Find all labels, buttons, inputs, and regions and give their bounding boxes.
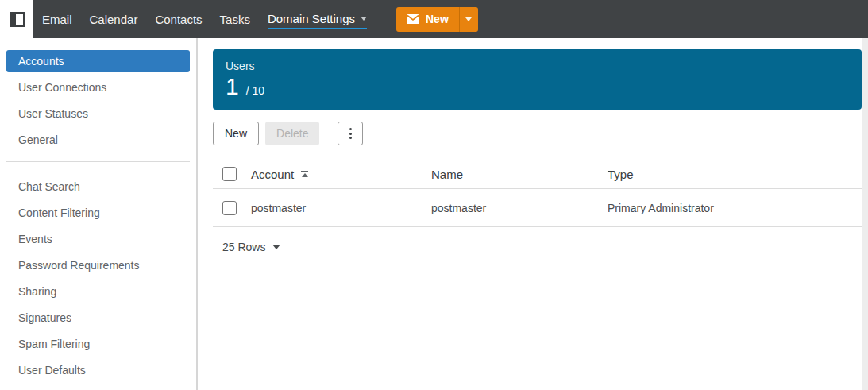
table-header-row: Account Name Type bbox=[213, 160, 862, 189]
sidebar-item-user-connections[interactable]: User Connections bbox=[6, 76, 190, 98]
banner-title: Users bbox=[226, 60, 849, 72]
sidebar-item-content-filtering[interactable]: Content Filtering bbox=[6, 202, 190, 224]
new-split-button: New bbox=[396, 7, 478, 32]
new-dropdown-button[interactable] bbox=[459, 7, 478, 32]
sidebar-toggle-button[interactable] bbox=[0, 0, 33, 38]
scrollbar-track[interactable] bbox=[862, 38, 868, 390]
envelope-icon bbox=[407, 14, 419, 24]
top-navbar: Email Calendar Contacts Tasks Domain Set… bbox=[0, 0, 868, 38]
delete-button[interactable]: Delete bbox=[265, 122, 319, 145]
cell-name: postmaster bbox=[431, 202, 608, 214]
nav-tab-email[interactable]: Email bbox=[33, 0, 81, 38]
row-checkbox[interactable] bbox=[222, 201, 237, 215]
sidebar-item-accounts[interactable]: Accounts bbox=[6, 50, 190, 72]
table-row[interactable]: postmaster postmaster Primary Administra… bbox=[213, 189, 862, 227]
nav-tab-label: Calendar bbox=[90, 13, 138, 26]
sidebar-item-signatures[interactable]: Signatures bbox=[6, 307, 190, 329]
nav-tab-label: Tasks bbox=[220, 13, 250, 26]
vertical-dots-icon bbox=[349, 128, 352, 130]
accounts-table: Account Name Type postmaster postmaster … bbox=[213, 160, 862, 227]
more-actions-button[interactable] bbox=[338, 122, 363, 145]
banner-count-row: 1 / 10 bbox=[226, 73, 849, 100]
rows-per-page-selector[interactable]: 25 Rows bbox=[213, 241, 280, 253]
nav-tab-label: Contacts bbox=[155, 13, 202, 26]
cell-account: postmaster bbox=[251, 202, 431, 214]
users-total: / 10 bbox=[246, 84, 264, 97]
column-header-type[interactable]: Type bbox=[608, 168, 862, 181]
chevron-down-icon bbox=[465, 17, 472, 21]
chevron-down-icon bbox=[361, 17, 367, 21]
users-count: 1 bbox=[226, 73, 239, 100]
sidebar-toggle-icon bbox=[10, 12, 25, 27]
sidebar-item-password-requirements[interactable]: Password Requirements bbox=[6, 254, 190, 276]
nav-tabs: Email Calendar Contacts Tasks Domain Set… bbox=[33, 0, 376, 38]
rows-per-page-label: 25 Rows bbox=[222, 241, 265, 253]
sidebar-item-sharing[interactable]: Sharing bbox=[6, 280, 190, 303]
nav-tab-contacts[interactable]: Contacts bbox=[146, 0, 210, 38]
nav-tab-domain-settings[interactable]: Domain Settings bbox=[259, 0, 376, 38]
sidebar-item-user-defaults[interactable]: User Defaults bbox=[6, 359, 190, 381]
nav-tab-label: Domain Settings bbox=[268, 12, 355, 25]
sidebar-item-events[interactable]: Events bbox=[6, 228, 190, 250]
toolbar: New Delete bbox=[213, 122, 862, 145]
settings-sidebar: Accounts User Connections User Statuses … bbox=[0, 38, 198, 390]
main-content: Users 1 / 10 New Delete Account bbox=[213, 38, 862, 390]
users-count-banner[interactable]: Users 1 / 10 bbox=[213, 49, 862, 110]
sidebar-item-user-statuses[interactable]: User Statuses bbox=[6, 102, 190, 125]
sort-ascending-icon bbox=[301, 171, 308, 178]
chevron-down-icon bbox=[272, 245, 280, 249]
new-button[interactable]: New bbox=[396, 7, 459, 32]
nav-tab-calendar[interactable]: Calendar bbox=[81, 0, 147, 38]
sidebar-divider bbox=[6, 161, 190, 162]
sidebar-item-spam-filtering[interactable]: Spam Filtering bbox=[6, 333, 190, 355]
bottom-divider bbox=[0, 388, 249, 388]
column-header-name[interactable]: Name bbox=[431, 168, 608, 181]
column-header-account[interactable]: Account bbox=[251, 168, 431, 181]
cell-type: Primary Administrator bbox=[608, 202, 862, 214]
select-all-checkbox[interactable] bbox=[222, 167, 237, 181]
nav-tab-label: Email bbox=[42, 13, 72, 26]
sidebar-item-general[interactable]: General bbox=[6, 129, 190, 151]
sidebar-item-chat-search[interactable]: Chat Search bbox=[6, 176, 190, 198]
new-account-button[interactable]: New bbox=[213, 122, 259, 145]
nav-tab-tasks[interactable]: Tasks bbox=[211, 0, 259, 38]
new-button-label: New bbox=[426, 13, 449, 25]
